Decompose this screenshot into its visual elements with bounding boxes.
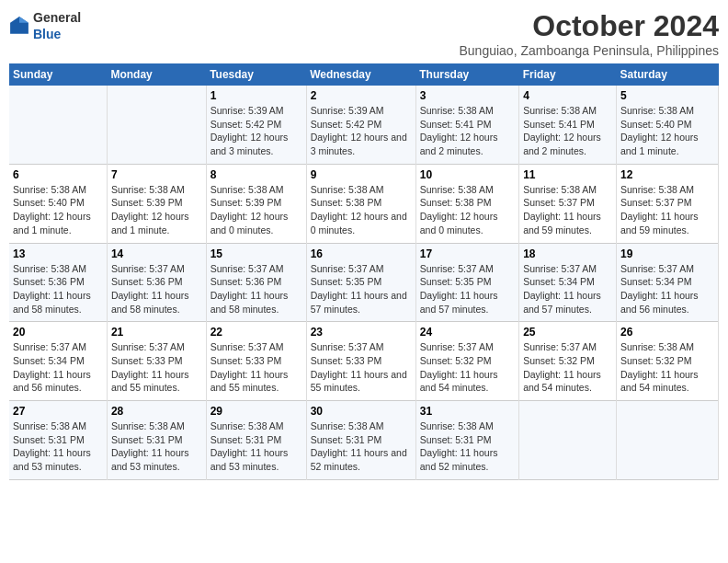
day-number: 5 bbox=[620, 89, 714, 102]
weekday-header-thursday: Thursday bbox=[415, 63, 518, 86]
day-info: Sunrise: 5:37 AM Sunset: 5:34 PM Dayligh… bbox=[620, 262, 714, 316]
day-number: 20 bbox=[13, 326, 103, 339]
day-number: 26 bbox=[620, 326, 714, 339]
day-info: Sunrise: 5:37 AM Sunset: 5:33 PM Dayligh… bbox=[111, 340, 202, 395]
calendar-cell bbox=[616, 401, 718, 480]
day-number: 30 bbox=[311, 405, 412, 418]
day-info: Sunrise: 5:39 AM Sunset: 5:42 PM Dayligh… bbox=[311, 104, 412, 158]
calendar-cell: 1Sunrise: 5:39 AM Sunset: 5:42 PM Daylig… bbox=[206, 86, 306, 164]
calendar-week-row: 6Sunrise: 5:38 AM Sunset: 5:40 PM Daylig… bbox=[9, 164, 719, 243]
calendar-cell: 27Sunrise: 5:38 AM Sunset: 5:31 PM Dayli… bbox=[9, 401, 107, 480]
calendar-cell: 18Sunrise: 5:37 AM Sunset: 5:34 PM Dayli… bbox=[519, 243, 617, 322]
calendar-cell: 14Sunrise: 5:37 AM Sunset: 5:36 PM Dayli… bbox=[107, 243, 206, 322]
calendar-cell: 30Sunrise: 5:38 AM Sunset: 5:31 PM Dayli… bbox=[306, 401, 415, 480]
weekday-header-sunday: Sunday bbox=[9, 63, 107, 86]
calendar-cell: 4Sunrise: 5:38 AM Sunset: 5:41 PM Daylig… bbox=[519, 86, 617, 164]
day-info: Sunrise: 5:37 AM Sunset: 5:32 PM Dayligh… bbox=[420, 340, 515, 395]
day-number: 9 bbox=[311, 168, 412, 181]
weekday-header-saturday: Saturday bbox=[616, 63, 718, 86]
calendar-table: SundayMondayTuesdayWednesdayThursdayFrid… bbox=[9, 63, 719, 480]
calendar-cell: 23Sunrise: 5:37 AM Sunset: 5:33 PM Dayli… bbox=[306, 322, 415, 401]
title-block: October 2024 Bunguiao, Zamboanga Peninsu… bbox=[459, 9, 719, 58]
day-info: Sunrise: 5:38 AM Sunset: 5:38 PM Dayligh… bbox=[311, 183, 412, 237]
calendar-cell: 25Sunrise: 5:37 AM Sunset: 5:32 PM Dayli… bbox=[519, 322, 617, 401]
weekday-header-wednesday: Wednesday bbox=[306, 63, 415, 86]
calendar-cell: 19Sunrise: 5:37 AM Sunset: 5:34 PM Dayli… bbox=[616, 243, 718, 322]
day-info: Sunrise: 5:38 AM Sunset: 5:31 PM Dayligh… bbox=[311, 419, 412, 474]
day-number: 21 bbox=[111, 326, 202, 339]
day-number: 4 bbox=[523, 89, 612, 102]
day-number: 29 bbox=[210, 405, 302, 418]
calendar-cell: 8Sunrise: 5:38 AM Sunset: 5:39 PM Daylig… bbox=[206, 164, 306, 243]
day-number: 13 bbox=[13, 247, 103, 260]
day-info: Sunrise: 5:38 AM Sunset: 5:31 PM Dayligh… bbox=[13, 419, 103, 474]
calendar-cell: 16Sunrise: 5:37 AM Sunset: 5:35 PM Dayli… bbox=[306, 243, 415, 322]
day-info: Sunrise: 5:38 AM Sunset: 5:37 PM Dayligh… bbox=[620, 183, 714, 237]
day-info: Sunrise: 5:38 AM Sunset: 5:36 PM Dayligh… bbox=[13, 262, 103, 316]
day-number: 7 bbox=[111, 168, 202, 181]
day-number: 27 bbox=[13, 405, 103, 418]
day-info: Sunrise: 5:37 AM Sunset: 5:33 PM Dayligh… bbox=[311, 340, 412, 395]
calendar-cell: 2Sunrise: 5:39 AM Sunset: 5:42 PM Daylig… bbox=[306, 86, 415, 164]
day-info: Sunrise: 5:38 AM Sunset: 5:37 PM Dayligh… bbox=[523, 183, 612, 237]
day-info: Sunrise: 5:38 AM Sunset: 5:31 PM Dayligh… bbox=[420, 419, 515, 474]
day-info: Sunrise: 5:38 AM Sunset: 5:31 PM Dayligh… bbox=[210, 419, 302, 474]
day-number: 25 bbox=[523, 326, 612, 339]
day-number: 22 bbox=[210, 326, 302, 339]
day-info: Sunrise: 5:37 AM Sunset: 5:33 PM Dayligh… bbox=[210, 340, 302, 395]
calendar-cell: 26Sunrise: 5:38 AM Sunset: 5:32 PM Dayli… bbox=[616, 322, 718, 401]
calendar-cell: 20Sunrise: 5:37 AM Sunset: 5:34 PM Dayli… bbox=[9, 322, 107, 401]
logo: General Blue bbox=[9, 9, 81, 42]
calendar-cell bbox=[519, 401, 617, 480]
day-info: Sunrise: 5:38 AM Sunset: 5:41 PM Dayligh… bbox=[420, 104, 515, 158]
day-number: 15 bbox=[210, 247, 302, 260]
day-number: 24 bbox=[420, 326, 515, 339]
calendar-cell: 21Sunrise: 5:37 AM Sunset: 5:33 PM Dayli… bbox=[107, 322, 206, 401]
day-number: 8 bbox=[210, 168, 302, 181]
calendar-cell: 28Sunrise: 5:38 AM Sunset: 5:31 PM Dayli… bbox=[107, 401, 206, 480]
day-number: 16 bbox=[311, 247, 412, 260]
day-info: Sunrise: 5:38 AM Sunset: 5:40 PM Dayligh… bbox=[13, 183, 103, 237]
calendar-cell bbox=[107, 86, 206, 164]
day-info: Sunrise: 5:38 AM Sunset: 5:31 PM Dayligh… bbox=[111, 419, 202, 474]
weekday-header-monday: Monday bbox=[107, 63, 206, 86]
location-subtitle: Bunguiao, Zamboanga Peninsula, Philippin… bbox=[459, 43, 719, 58]
day-info: Sunrise: 5:37 AM Sunset: 5:34 PM Dayligh… bbox=[523, 262, 612, 316]
day-number: 14 bbox=[111, 247, 202, 260]
day-number: 10 bbox=[420, 168, 515, 181]
calendar-week-row: 27Sunrise: 5:38 AM Sunset: 5:31 PM Dayli… bbox=[9, 401, 719, 480]
day-info: Sunrise: 5:37 AM Sunset: 5:34 PM Dayligh… bbox=[13, 340, 103, 395]
day-info: Sunrise: 5:37 AM Sunset: 5:35 PM Dayligh… bbox=[420, 262, 515, 316]
day-number: 23 bbox=[311, 326, 412, 339]
logo-general: General bbox=[33, 10, 81, 25]
day-info: Sunrise: 5:37 AM Sunset: 5:36 PM Dayligh… bbox=[111, 262, 202, 316]
day-number: 19 bbox=[620, 247, 714, 260]
day-number: 2 bbox=[311, 89, 412, 102]
svg-marker-1 bbox=[19, 17, 28, 23]
page-header: General Blue October 2024 Bunguiao, Zamb… bbox=[9, 9, 719, 58]
weekday-header-tuesday: Tuesday bbox=[206, 63, 306, 86]
day-number: 17 bbox=[420, 247, 515, 260]
calendar-week-row: 1Sunrise: 5:39 AM Sunset: 5:42 PM Daylig… bbox=[9, 86, 719, 164]
logo-icon bbox=[9, 16, 29, 36]
day-info: Sunrise: 5:38 AM Sunset: 5:40 PM Dayligh… bbox=[620, 104, 714, 158]
day-number: 18 bbox=[523, 247, 612, 260]
calendar-cell: 29Sunrise: 5:38 AM Sunset: 5:31 PM Dayli… bbox=[206, 401, 306, 480]
day-info: Sunrise: 5:37 AM Sunset: 5:36 PM Dayligh… bbox=[210, 262, 302, 316]
day-number: 12 bbox=[620, 168, 714, 181]
day-info: Sunrise: 5:38 AM Sunset: 5:32 PM Dayligh… bbox=[620, 340, 714, 395]
calendar-cell: 6Sunrise: 5:38 AM Sunset: 5:40 PM Daylig… bbox=[9, 164, 107, 243]
weekday-header-friday: Friday bbox=[519, 63, 617, 86]
calendar-cell: 31Sunrise: 5:38 AM Sunset: 5:31 PM Dayli… bbox=[415, 401, 518, 480]
day-info: Sunrise: 5:38 AM Sunset: 5:39 PM Dayligh… bbox=[111, 183, 202, 237]
calendar-cell: 10Sunrise: 5:38 AM Sunset: 5:38 PM Dayli… bbox=[415, 164, 518, 243]
calendar-cell: 12Sunrise: 5:38 AM Sunset: 5:37 PM Dayli… bbox=[616, 164, 718, 243]
calendar-cell: 22Sunrise: 5:37 AM Sunset: 5:33 PM Dayli… bbox=[206, 322, 306, 401]
calendar-cell: 17Sunrise: 5:37 AM Sunset: 5:35 PM Dayli… bbox=[415, 243, 518, 322]
day-number: 3 bbox=[420, 89, 515, 102]
calendar-cell: 15Sunrise: 5:37 AM Sunset: 5:36 PM Dayli… bbox=[206, 243, 306, 322]
calendar-cell bbox=[9, 86, 107, 164]
day-number: 28 bbox=[111, 405, 202, 418]
calendar-cell: 11Sunrise: 5:38 AM Sunset: 5:37 PM Dayli… bbox=[519, 164, 617, 243]
calendar-cell: 5Sunrise: 5:38 AM Sunset: 5:40 PM Daylig… bbox=[616, 86, 718, 164]
